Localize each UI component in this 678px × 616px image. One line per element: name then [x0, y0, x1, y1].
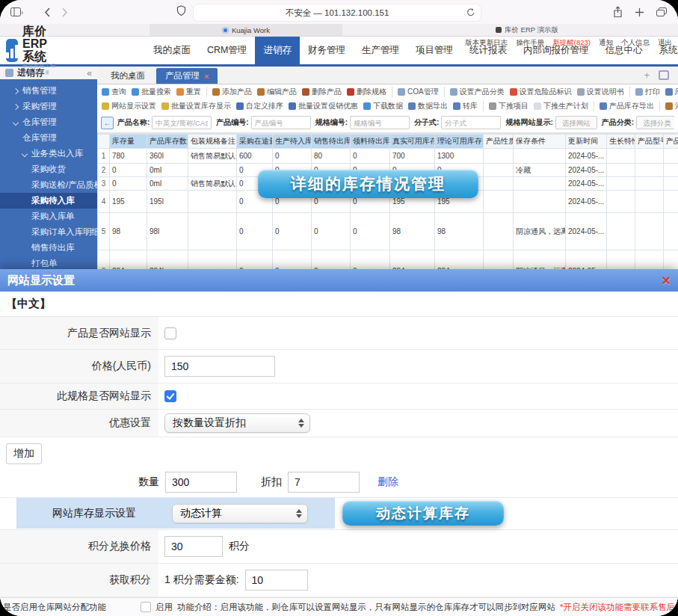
- toolbar-button[interactable]: 查询: [102, 87, 126, 97]
- sidebar-item[interactable]: 采购管理: [0, 99, 97, 114]
- enable-checkbox[interactable]: [141, 602, 151, 612]
- discount-rate-input[interactable]: [288, 472, 360, 493]
- column-header[interactable]: 更新时间: [566, 135, 607, 149]
- quick-link[interactable]: 个人信息: [621, 38, 650, 48]
- toolbar-button[interactable]: 设置产品分类: [444, 87, 505, 97]
- sidebar-item[interactable]: 销售待出库: [0, 240, 97, 256]
- back-icon[interactable]: [44, 7, 51, 17]
- toolbar-button[interactable]: 设置危险品标识: [510, 87, 572, 97]
- reload-icon[interactable]: [466, 7, 475, 17]
- column-header[interactable]: 生产待入库量: [273, 135, 312, 149]
- quick-link[interactable]: 操作手册: [516, 38, 544, 48]
- quick-link[interactable]: 退出: [658, 38, 672, 48]
- tabs-overview-icon[interactable]: [656, 7, 668, 17]
- filter-input[interactable]: [636, 116, 674, 129]
- sidebar-item[interactable]: 采购入库单: [0, 209, 97, 224]
- sidebar-item[interactable]: 业务类出入库: [0, 146, 97, 161]
- add-button[interactable]: 增加: [6, 443, 42, 464]
- browser-tab-active[interactable]: Kuajia Work: [150, 24, 342, 36]
- spec-show-checkbox[interactable]: [164, 390, 176, 402]
- sidebar-item[interactable]: 打包单: [0, 256, 97, 269]
- column-header[interactable]: 采购在途量: [237, 135, 273, 149]
- points-price-input[interactable]: [164, 536, 223, 557]
- column-header[interactable]: 保存条件: [514, 135, 566, 149]
- column-header[interactable]: 理论可用库存量: [435, 135, 484, 149]
- column-header[interactable]: 包装规格备注: [188, 135, 237, 149]
- column-header[interactable]: 销售待出库量: [312, 135, 351, 149]
- toolbar-button[interactable]: 下推项目: [483, 101, 528, 111]
- close-icon[interactable]: ×: [662, 272, 671, 289]
- sidebar-item[interactable]: 采购待入库: [0, 193, 97, 209]
- column-header[interactable]: 产品性质: [484, 135, 514, 149]
- toolbar-button[interactable]: 批量搜索: [132, 87, 171, 97]
- sidebar-collapse-icon[interactable]: «: [87, 68, 92, 78]
- table-row[interactable]: 1 780 360l 销售简易默认新建 600 0 80 0 700 1300: [98, 149, 678, 164]
- forward-icon[interactable]: [61, 7, 68, 17]
- delete-link[interactable]: 删除: [377, 475, 398, 489]
- quick-link[interactable]: 通知: [599, 38, 613, 48]
- column-header[interactable]: 真实可用库存量: [390, 135, 435, 149]
- toolbar-button[interactable]: 设置说明书: [577, 87, 624, 97]
- filter-input[interactable]: [555, 116, 597, 129]
- toolbar-button[interactable]: 打印: [629, 87, 660, 97]
- table-row[interactable]: 5 98 98l 0 0 0 0 98 98: [98, 213, 678, 250]
- toolbar-button[interactable]: 添加生产配方: [659, 101, 678, 111]
- table-row[interactable]: 6 294 294l 0 0 0 0 294 294: [98, 250, 678, 270]
- quick-link[interactable]: 版本更新日志: [465, 38, 508, 48]
- toolbar-button[interactable]: 自定义排序: [236, 101, 283, 111]
- toolbar-button[interactable]: 添加产品: [206, 87, 252, 97]
- toolbar-button[interactable]: 下载数据: [363, 101, 403, 111]
- column-header[interactable]: 生长特性: [607, 135, 635, 149]
- column-header[interactable]: 产品库存数量: [147, 135, 188, 149]
- toolbar-button[interactable]: 库存预警设置: [665, 87, 678, 97]
- privacy-shield-icon[interactable]: [176, 5, 186, 16]
- toolbar-button[interactable]: 批量设置库存显示: [161, 101, 231, 111]
- column-header[interactable]: 库存量: [110, 135, 147, 149]
- tab-my-desktop[interactable]: 我的桌面: [102, 68, 154, 84]
- filter-input[interactable]: [441, 116, 501, 129]
- sidebar-item[interactable]: 仓库管理: [0, 114, 97, 130]
- sidebar-item[interactable]: 采购收货: [0, 161, 97, 177]
- share-icon[interactable]: [613, 6, 623, 18]
- toolbar-button[interactable]: 下推生产计划: [534, 101, 588, 111]
- stock-display-select[interactable]: 动态计算: [172, 504, 308, 523]
- new-tab-icon[interactable]: [635, 7, 644, 17]
- quick-link[interactable]: 新提醒(823): [552, 38, 591, 48]
- sidebar-item[interactable]: 采购送检/产品质检: [0, 177, 97, 193]
- toolbar-button[interactable]: 批量设置促销优惠: [289, 101, 358, 111]
- toolbar-button[interactable]: 重置: [176, 87, 201, 97]
- product-show-checkbox[interactable]: [164, 327, 176, 339]
- column-header[interactable]: 产品型号: [635, 135, 664, 149]
- sidebar-toggle-icon[interactable]: [10, 7, 23, 17]
- toolbar-button[interactable]: 网站显示设置: [102, 101, 156, 111]
- sidebar-item[interactable]: 销售管理: [0, 83, 97, 99]
- column-header[interactable]: 产品: [664, 135, 678, 149]
- nav-item[interactable]: 生产管理: [354, 37, 407, 64]
- filter-input[interactable]: [152, 116, 212, 129]
- nav-item[interactable]: CRM管理: [199, 37, 255, 64]
- close-tab-icon[interactable]: ×: [204, 72, 209, 81]
- row-number-header[interactable]: [98, 135, 110, 149]
- address-bar[interactable]: 不安全 — 101.132.100.151: [193, 4, 481, 22]
- sidebar-item[interactable]: 采购订单入库明细: [0, 224, 97, 240]
- tab-product-management[interactable]: 产品管理 ×: [156, 68, 218, 84]
- nav-item[interactable]: 财务管理: [300, 37, 354, 64]
- quantity-input[interactable]: [165, 472, 237, 493]
- discount-select[interactable]: 按数量设置折扣: [164, 413, 310, 433]
- nav-item[interactable]: 项目管理: [407, 37, 461, 64]
- toolbar-button[interactable]: 删除产品: [302, 87, 342, 97]
- toolbar-button[interactable]: 删除规格: [347, 87, 386, 97]
- toolbar-button[interactable]: COA管理: [392, 87, 439, 97]
- add-tab-icon[interactable]: +: [644, 72, 650, 79]
- filter-collapse-icon[interactable]: ←: [101, 117, 114, 129]
- get-points-input[interactable]: [245, 570, 308, 591]
- browser-tab-inactive[interactable]: 库价 ERP 演示版: [449, 24, 605, 36]
- filter-input[interactable]: [251, 116, 311, 129]
- toolbar-button[interactable]: 编辑产品: [257, 87, 297, 97]
- toolbar-button[interactable]: 数据导出: [408, 101, 448, 111]
- price-input[interactable]: [164, 356, 275, 377]
- toolbar-button[interactable]: 转库: [453, 101, 478, 111]
- fullscreen-icon[interactable]: [659, 70, 669, 80]
- nav-item[interactable]: 进销存: [255, 37, 300, 64]
- nav-item[interactable]: 我的桌面: [145, 37, 199, 64]
